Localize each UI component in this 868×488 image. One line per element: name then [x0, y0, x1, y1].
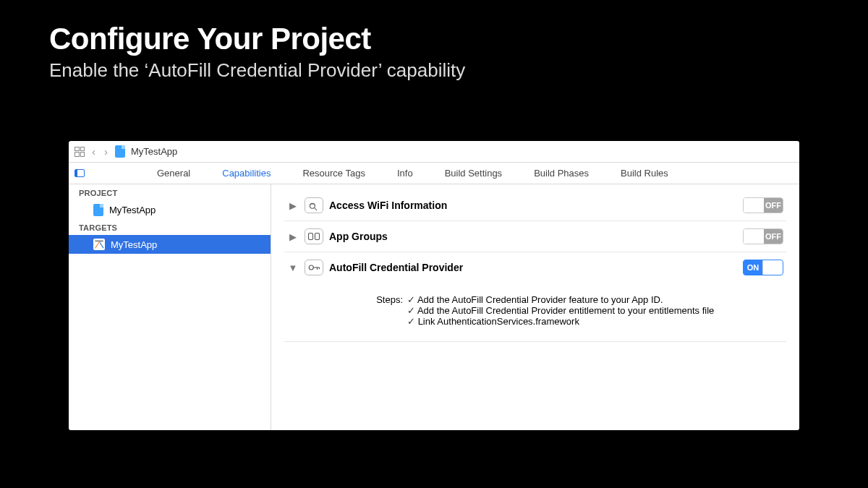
- capability-row-app-groups[interactable]: ▶ App Groups OFF: [284, 221, 786, 252]
- svg-point-4: [309, 265, 313, 270]
- svg-rect-2: [309, 234, 313, 240]
- sidebar-targets-header: TARGETS: [69, 219, 271, 235]
- project-file-icon: [93, 204, 103, 216]
- sidebar-target-label: MyTestApp: [111, 239, 157, 250]
- svg-line-1: [315, 208, 318, 211]
- forward-chevron-icon[interactable]: ›: [103, 145, 109, 158]
- related-items-icon[interactable]: [75, 147, 85, 157]
- svg-rect-3: [315, 234, 320, 240]
- app-groups-icon: [305, 228, 323, 244]
- editor-tabbar: General Capabilities Resource Tags Info …: [69, 163, 799, 184]
- xcode-window: ‹ › MyTestApp General Capabilities Resou…: [69, 141, 799, 430]
- capability-title: App Groups: [329, 231, 743, 242]
- pathbar-project-name[interactable]: MyTestApp: [131, 146, 177, 157]
- step-item: Add the AutoFill Credential Provider fea…: [407, 294, 714, 305]
- capability-title: Access WiFi Information: [329, 200, 743, 211]
- wifi-toggle[interactable]: OFF: [743, 197, 783, 213]
- key-icon: [305, 260, 323, 275]
- step-item: Link AuthenticationServices.framework: [407, 316, 714, 327]
- panel-icon: [75, 169, 85, 177]
- tab-resource-tags[interactable]: Resource Tags: [286, 163, 380, 184]
- wifi-search-icon: [305, 197, 323, 213]
- project-sidebar: PROJECT MyTestApp TARGETS MyTestApp: [69, 184, 271, 430]
- autofill-toggle[interactable]: ON: [743, 260, 783, 275]
- back-chevron-icon[interactable]: ‹: [90, 145, 97, 158]
- panel-toggle-button[interactable]: [69, 163, 90, 184]
- sidebar-target-item[interactable]: MyTestApp: [69, 235, 271, 254]
- capability-row-wifi[interactable]: ▶ Access WiFi Information OFF: [284, 190, 786, 221]
- capabilities-pane: ▶ Access WiFi Information OFF ▶ App Grou…: [271, 184, 799, 430]
- toggle-label: ON: [744, 260, 762, 275]
- disclosure-right-icon[interactable]: ▶: [287, 231, 299, 242]
- tab-general[interactable]: General: [141, 163, 206, 184]
- autofill-steps: Steps: Add the AutoFill Credential Provi…: [284, 283, 786, 342]
- sidebar-project-header: PROJECT: [69, 184, 271, 200]
- tab-build-rules[interactable]: Build Rules: [605, 163, 684, 184]
- step-item: Add the AutoFill Credential Provider ent…: [407, 305, 714, 316]
- tab-info[interactable]: Info: [381, 163, 429, 184]
- slide-subtitle: Enable the ‘AutoFill Credential Provider…: [49, 59, 465, 82]
- toggle-label: OFF: [764, 198, 783, 213]
- disclosure-right-icon[interactable]: ▶: [287, 200, 299, 211]
- disclosure-down-icon[interactable]: ▼: [287, 262, 299, 273]
- toggle-label: OFF: [764, 229, 783, 244]
- sidebar-project-label: MyTestApp: [109, 205, 156, 215]
- capability-title: AutoFill Credential Provider: [329, 262, 743, 273]
- path-bar: ‹ › MyTestApp: [69, 141, 799, 163]
- app-target-icon: [93, 239, 105, 250]
- app-groups-toggle[interactable]: OFF: [743, 228, 783, 244]
- tab-build-settings[interactable]: Build Settings: [429, 163, 519, 184]
- capability-row-autofill[interactable]: ▼ AutoFill Credential Provider ON: [284, 252, 786, 283]
- project-file-icon: [115, 145, 125, 158]
- sidebar-project-item[interactable]: MyTestApp: [69, 200, 271, 219]
- tab-capabilities[interactable]: Capabilities: [206, 163, 286, 184]
- tab-build-phases[interactable]: Build Phases: [518, 163, 605, 184]
- slide-title: Configure Your Project: [49, 22, 371, 56]
- steps-label: Steps:: [371, 294, 407, 327]
